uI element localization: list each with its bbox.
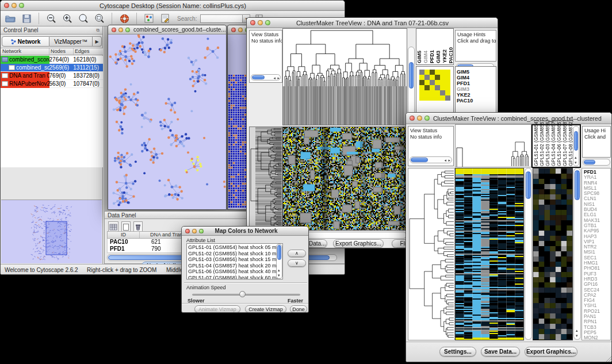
column-label[interactable]: GIM3 (435, 51, 441, 63)
minimize-button[interactable] (192, 229, 197, 233)
gene-label[interactable]: GIM3 (457, 86, 495, 92)
close-button[interactable] (250, 20, 255, 25)
done-button[interactable]: Done (290, 305, 307, 313)
row-dendrogram-canvas[interactable] (408, 168, 454, 340)
gene-label[interactable]: GIM5 (457, 69, 495, 75)
column-dendrogram[interactable] (455, 124, 531, 167)
scroll-thumb[interactable] (526, 171, 531, 199)
tab-vizmapper[interactable]: VizMapper™ (49, 36, 93, 47)
column-label[interactable]: GPL51-02 (GSM855) (539, 126, 545, 166)
settings-button[interactable]: Settings... (439, 347, 476, 357)
usage-hints-hscrollbar[interactable] (583, 159, 610, 166)
close-button[interactable] (410, 116, 415, 121)
float-panel-icon[interactable]: ⧉ (96, 28, 100, 33)
view-status-hscrollbar[interactable]: ◂ ▸ (410, 156, 452, 163)
column-dendrogram-canvas[interactable] (283, 29, 407, 125)
column-label[interactable]: PAC10 (448, 47, 454, 63)
help-icon[interactable] (118, 13, 131, 24)
column-label[interactable]: YKE2 (442, 49, 447, 63)
scroll-left-arrow[interactable]: ◂ (273, 75, 276, 81)
scroll-right-arrow[interactable]: ▸ (448, 158, 450, 163)
column-label[interactable]: PFD1 (429, 50, 435, 63)
map-dialog-titlebar[interactable]: Map Colors to Network (182, 227, 308, 236)
column-label[interactable]: GPL51-03 (GSM856) (545, 126, 550, 166)
heatmap-zoom-view[interactable] (533, 168, 573, 340)
gene-label[interactable]: PFD1 (457, 81, 495, 86)
gene-label[interactable]: YKE2 (457, 92, 495, 98)
column-labels-vscrollbar[interactable]: ▴ ▾ (573, 126, 579, 166)
network-list-row[interactable]: RNAPuberNov2+ 563(0) 107847(0) (1, 80, 103, 88)
scroll-thumb[interactable] (252, 75, 265, 79)
export-graphics-button[interactable]: Export Graphics... (525, 347, 577, 357)
save-session-icon[interactable] (20, 13, 33, 24)
col-nodes[interactable]: Nodes (49, 48, 74, 55)
attribute-list-item[interactable]: GPL51-03 (GSM856) heat shock 15 min (188, 256, 281, 263)
zoom-window-button[interactable] (199, 229, 204, 233)
zoom-window-button[interactable] (125, 28, 130, 32)
gene-label[interactable]: PAC10 (457, 98, 495, 104)
heatmap-vscrollbar[interactable] (525, 168, 532, 340)
gene-list-vscrollbar[interactable]: ▴ ▾ (573, 168, 581, 340)
minimize-button[interactable] (258, 20, 263, 25)
attribute-list-vscrollbar[interactable]: ▴ ▾ (276, 244, 282, 279)
heatmap-canvas[interactable] (283, 127, 407, 230)
open-session-icon[interactable] (4, 13, 17, 24)
view-status-hscrollbar[interactable]: ◂ ▸ (251, 74, 281, 81)
attribute-list-item[interactable]: GPL51-02 (GSM855) heat shock 10 min (188, 251, 281, 257)
gene-similarity-matrix[interactable] (419, 70, 450, 101)
column-label[interactable]: GIM4 (423, 51, 429, 63)
heatmap-zoom-canvas[interactable] (533, 168, 572, 340)
close-button[interactable] (185, 229, 190, 233)
column-label[interactable]: GPL51-01 (GSM854) (533, 126, 539, 166)
scroll-thumb[interactable] (574, 131, 578, 151)
col-id[interactable]: ID (108, 232, 140, 238)
animate-vizmap-button[interactable]: Animate Vizmap (194, 305, 240, 313)
heatmap-canvas[interactable] (456, 168, 523, 340)
attribute-list-item[interactable]: GPL51-01 (GSM854) heat shock 05 min (188, 244, 281, 251)
scroll-down-arrow[interactable]: ▾ (575, 160, 577, 166)
scroll-thumb[interactable] (584, 160, 595, 164)
attribute-list-item[interactable]: GPL51-07 (GSM868) heat shock 60 min (188, 275, 281, 280)
speed-slider-thumb[interactable] (239, 291, 246, 297)
scroll-left-arrow[interactable]: ◂ (444, 158, 446, 163)
search-input[interactable] (200, 14, 243, 23)
close-button[interactable] (231, 28, 236, 32)
close-button[interactable] (4, 3, 9, 8)
close-button[interactable] (112, 28, 116, 32)
annotation-icon[interactable] (159, 13, 171, 24)
zoom-window-button[interactable] (19, 3, 24, 8)
minimize-button[interactable] (417, 116, 422, 121)
heatmap-main[interactable] (282, 127, 407, 231)
gene-label[interactable]: GIM4 (457, 75, 495, 81)
row-dendrogram[interactable] (249, 127, 282, 231)
minimize-button[interactable] (238, 28, 243, 32)
speed-slider-track[interactable] (192, 294, 300, 296)
more-tabs-button[interactable]: ▶ (93, 36, 102, 47)
save-data-button[interactable]: Save Data... (481, 347, 520, 357)
scroll-right-arrow[interactable]: ▸ (277, 75, 280, 81)
resize-grip[interactable] (605, 355, 612, 362)
minimize-button[interactable] (12, 3, 17, 8)
column-dendrogram-canvas[interactable] (456, 125, 531, 167)
scroll-thumb[interactable] (409, 62, 414, 89)
scroll-thumb[interactable] (575, 170, 580, 200)
gene-label[interactable]: MON2 (584, 335, 609, 340)
main-titlebar[interactable]: Cytoscape Desktop (Session Name: collins… (1, 1, 345, 11)
network-list-row[interactable]: combined_scores 2764(0) 16218(0) (1, 56, 103, 64)
col-edges[interactable]: Edges (74, 48, 90, 55)
row-dendrogram-canvas[interactable] (250, 127, 282, 230)
move-up-button[interactable]: ∧ (288, 250, 306, 257)
network-window-titlebar[interactable]: combined_scores_good.txt--cluste... (108, 25, 226, 35)
col-network[interactable]: Network (1, 48, 49, 55)
treeview-combined-titlebar[interactable]: ClusterMaker TreeView : combined_scores_… (406, 113, 611, 124)
row-dendrogram[interactable] (408, 168, 455, 340)
export-graphics-button[interactable]: Export Graphics... (333, 239, 384, 248)
zoom-window-button[interactable] (265, 20, 270, 25)
scroll-thumb[interactable] (411, 158, 428, 162)
network-overview[interactable] (1, 200, 102, 263)
zoom-fit-icon[interactable] (93, 13, 106, 24)
zoom-out-icon[interactable] (45, 13, 58, 24)
vizmap-animate-icon[interactable] (143, 13, 155, 24)
create-vizmap-button[interactable]: Create Vizmap (245, 305, 286, 313)
column-label[interactable]: GPL51-06 (GSM865) (556, 126, 562, 166)
